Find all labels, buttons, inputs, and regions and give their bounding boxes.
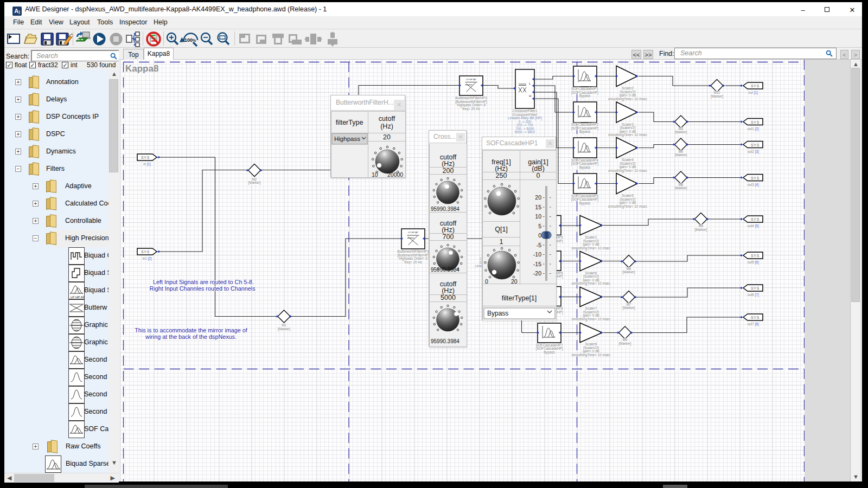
svg-text:out4 [5]: out4 [5] xyxy=(747,224,758,228)
svg-text:15: 15 xyxy=(535,204,541,210)
svg-text:freq= 20 Hz: freq= 20 Hz xyxy=(462,107,480,111)
svg-text:5000: 5000 xyxy=(441,294,456,301)
svg-text:100%: 100% xyxy=(184,37,196,43)
svg-text:freq= 20 Hz: freq= 20 Hz xyxy=(404,260,422,265)
svg-text:Bypass: Bypass xyxy=(579,165,591,170)
svg-text:0: 0 xyxy=(538,232,541,239)
svg-text:10: 10 xyxy=(372,171,378,178)
svg-text:[Marker]: [Marker] xyxy=(674,186,687,190)
svg-text:smoothingTime= 10 msec: smoothingTime= 10 msec xyxy=(571,353,610,357)
svg-text:in [1]: in [1] xyxy=(143,162,151,166)
svg-text:SYS: SYS xyxy=(751,143,760,147)
svg-text:LP HP AP: LP HP AP xyxy=(71,296,84,299)
svg-text:out3 [4]: out3 [4] xyxy=(747,183,758,187)
svg-text:(Hz): (Hz) xyxy=(442,160,455,168)
svg-text:filterType: filterType xyxy=(336,119,363,126)
svg-text:10: 10 xyxy=(535,213,541,220)
svg-text:SYS: SYS xyxy=(751,84,760,88)
svg-text:20: 20 xyxy=(535,194,541,201)
svg-text:SYS: SYS xyxy=(751,254,760,258)
svg-text:20000: 20000 xyxy=(387,171,403,178)
svg-text:SYS: SYS xyxy=(751,286,760,290)
svg-text:smoothingTime= 10 msec: smoothingTime= 10 msec xyxy=(608,133,647,137)
svg-text:out7 [8]: out7 [8] xyxy=(747,322,758,326)
svg-text:in1 [2]: in1 [2] xyxy=(142,256,151,261)
svg-text:wiring at the back of the dspN: wiring at the back of the dspNexus. xyxy=(145,333,237,340)
svg-text:smoothingTime= 10 msec: smoothingTime= 10 msec xyxy=(571,281,610,286)
svg-text:(Hz): (Hz) xyxy=(442,287,455,294)
svg-text:[Marker]: [Marker] xyxy=(618,342,631,346)
svg-text:out1 [2]: out1 [2] xyxy=(747,127,758,131)
svg-text:95990.3984: 95990.3984 xyxy=(431,267,459,273)
svg-text:[Marker]: [Marker] xyxy=(622,270,635,274)
svg-text:[Marker]: [Marker] xyxy=(711,94,723,99)
svg-text:95990.3984: 95990.3984 xyxy=(431,338,459,344)
svg-text:cutoff: cutoff xyxy=(379,115,395,123)
svg-text:Q[1]: Q[1] xyxy=(495,226,508,233)
svg-text:20: 20 xyxy=(383,133,391,141)
svg-text:out6 [7]: out6 [7] xyxy=(747,293,758,297)
svg-text:(Hz): (Hz) xyxy=(380,123,393,130)
svg-text:[Marker]: [Marker] xyxy=(674,130,687,134)
svg-text:Bypass: Bypass xyxy=(579,94,591,98)
svg-text:[Marker]: [Marker] xyxy=(278,327,290,331)
svg-text:out5 [6]: out5 [6] xyxy=(747,260,758,265)
svg-text:smoothingTime= 10 msec: smoothingTime= 10 msec xyxy=(608,169,647,173)
svg-text:(Hz): (Hz) xyxy=(442,226,455,234)
svg-text:Bypass: Bypass xyxy=(544,350,555,355)
svg-text:H: H xyxy=(529,94,531,98)
svg-text:5000 -> SR/2: 5000 -> SR/2 xyxy=(515,130,535,134)
svg-text:200: 200 xyxy=(443,167,454,175)
svg-text:-10: -10 xyxy=(533,251,541,258)
svg-text:(Hz): (Hz) xyxy=(495,165,508,172)
svg-text:(dB): (dB) xyxy=(532,165,545,172)
svg-text:Right Input Channles routed to: Right Input Channles routed to Channels xyxy=(149,285,256,292)
svg-text:out2 [3]: out2 [3] xyxy=(747,150,758,154)
svg-text:-15: -15 xyxy=(533,261,541,267)
svg-text:Left Input Signals are routed: Left Input Signals are routed to Ch 5-8. xyxy=(153,279,254,285)
svg-text:-5: -5 xyxy=(537,242,541,248)
svg-text:SYS: SYS xyxy=(141,250,150,254)
svg-text:smoothingTime= 10 msec: smoothingTime= 10 msec xyxy=(571,246,610,251)
svg-text:Highpass: Highpass xyxy=(334,136,360,142)
svg-text:smoothingTime= 10 msec: smoothingTime= 10 msec xyxy=(608,97,647,101)
svg-text:Bypass: Bypass xyxy=(579,201,591,206)
svg-text:SYS: SYS xyxy=(751,217,760,221)
svg-text:SYS: SYS xyxy=(751,120,760,124)
svg-text:[Marker]: [Marker] xyxy=(248,181,260,185)
svg-text:SYS: SYS xyxy=(751,316,760,319)
svg-text:[Marker]: [Marker] xyxy=(622,306,635,310)
svg-text:smoothingTime= 10 msec: smoothingTime= 10 msec xyxy=(608,204,647,209)
svg-text:5: 5 xyxy=(538,223,541,229)
svg-text:95990.3984: 95990.3984 xyxy=(431,206,459,212)
svg-text:0: 0 xyxy=(485,278,488,285)
svg-text:250: 250 xyxy=(496,172,507,179)
svg-text:filterType[1]: filterType[1] xyxy=(502,294,537,302)
svg-text:out [1]: out [1] xyxy=(748,91,758,95)
svg-text:Kappa8: Kappa8 xyxy=(125,63,158,74)
svg-text:[Marker]: [Marker] xyxy=(694,228,707,232)
svg-text:Bypass: Bypass xyxy=(487,310,508,317)
svg-text:[Marker]: [Marker] xyxy=(674,153,687,157)
svg-text:0: 0 xyxy=(537,172,540,179)
svg-text:700: 700 xyxy=(443,233,454,241)
svg-text:-20: -20 xyxy=(533,270,541,277)
svg-text:Bypass: Bypass xyxy=(579,130,591,134)
svg-text:smoothingTime= 10 msec: smoothingTime= 10 msec xyxy=(571,317,610,322)
svg-text:This is to accommodate the mir: This is to accommodate the mirror image … xyxy=(135,327,248,333)
svg-text:SYS: SYS xyxy=(141,156,150,159)
svg-text:SYS: SYS xyxy=(751,176,760,180)
svg-text:1: 1 xyxy=(500,238,503,246)
svg-text:20: 20 xyxy=(511,278,518,285)
